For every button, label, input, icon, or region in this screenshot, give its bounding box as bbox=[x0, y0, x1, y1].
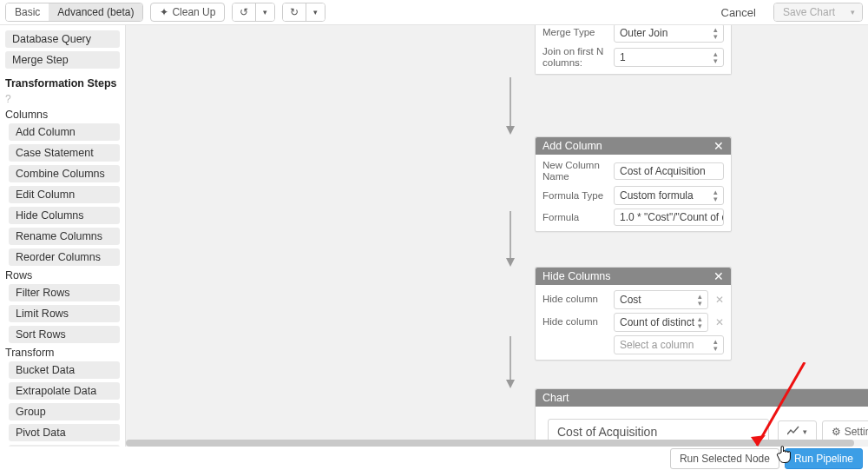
wand-icon: ✦ bbox=[160, 6, 168, 18]
save-chart-group: Save Chart ▾ bbox=[773, 3, 863, 22]
sidebar-item-group[interactable]: Group bbox=[9, 403, 120, 420]
connector-arrow bbox=[505, 336, 516, 392]
sidebar-item-rename-columns[interactable]: Rename Columns bbox=[9, 228, 120, 245]
sidebar-group-columns: Columns bbox=[5, 109, 120, 121]
sidebar-item-limit-rows[interactable]: Limit Rows bbox=[9, 305, 120, 322]
horizontal-scrollbar[interactable] bbox=[126, 440, 868, 447]
new-col-name-input[interactable]: Cost of Acquisition bbox=[614, 162, 724, 180]
svg-marker-3 bbox=[506, 258, 515, 267]
sidebar-item-combine-columns[interactable]: Combine Columns bbox=[9, 165, 120, 182]
sidebar-item-case-statement[interactable]: Case Statement bbox=[9, 144, 120, 162]
redo-group: ↻ ▾ bbox=[282, 3, 326, 22]
sidebar-item-pivot-data[interactable]: Pivot Data bbox=[9, 424, 120, 441]
hide-col-label: Hide column bbox=[542, 294, 607, 305]
updown-icon: ▴▾ bbox=[713, 50, 718, 64]
help-icon[interactable]: ? bbox=[5, 93, 120, 105]
formula-type-label: Formula Type bbox=[542, 190, 607, 202]
join-n-select[interactable]: 1 ▴▾ bbox=[614, 48, 724, 67]
select-value: Select a column bbox=[620, 339, 694, 351]
node-header-add-column[interactable]: Add Column ✕ bbox=[536, 137, 731, 155]
sidebar-item-unpivot-data[interactable]: Unpivot Data bbox=[9, 445, 120, 447]
redo-button[interactable]: ↻ bbox=[283, 3, 306, 21]
undo-menu-button[interactable]: ▾ bbox=[255, 3, 274, 21]
mode-advanced-button[interactable]: Advanced (beta) bbox=[49, 3, 142, 21]
svg-marker-1 bbox=[506, 126, 515, 135]
merge-type-select[interactable]: Outer Join ▴▾ bbox=[614, 25, 724, 43]
hide-col-label: Hide column bbox=[542, 316, 607, 328]
gear-icon: ⚙ bbox=[832, 426, 841, 438]
pipeline-canvas[interactable]: Merge Layers ✕ Merge Type Outer Join ▴▾ … bbox=[125, 25, 868, 447]
sidebar-section-transformation: Transformation Steps bbox=[5, 77, 120, 89]
formula-input[interactable]: 1.0 * "Cost"/"Count of distinct " bbox=[614, 209, 724, 226]
merge-type-label: Merge Type bbox=[542, 27, 607, 38]
sidebar-group-transform: Transform bbox=[5, 347, 120, 359]
undo-button[interactable]: ↺ bbox=[233, 3, 255, 21]
updown-icon: ▴▾ bbox=[713, 338, 718, 352]
hide-col-select-1[interactable]: Cost ▴▾ bbox=[614, 290, 708, 309]
sidebar-item-extrapolate-data[interactable]: Extrapolate Data bbox=[9, 382, 120, 400]
formula-type-select[interactable]: Custom formula ▴▾ bbox=[614, 186, 724, 205]
run-selected-node-button[interactable]: Run Selected Node bbox=[670, 448, 779, 469]
mode-toggle-group: Basic Advanced (beta) bbox=[5, 3, 143, 22]
formula-label: Formula bbox=[542, 212, 607, 223]
node-merge-layers[interactable]: Merge Layers ✕ Merge Type Outer Join ▴▾ … bbox=[535, 25, 732, 75]
chevron-down-icon: ▾ bbox=[803, 427, 807, 436]
sidebar-item-reorder-columns[interactable]: Reorder Columns bbox=[9, 248, 120, 266]
node-add-column[interactable]: Add Column ✕ New Column Name Cost of Acq… bbox=[535, 136, 732, 232]
select-value: Count of distinct Users bbox=[620, 316, 694, 328]
sidebar-item-hide-columns[interactable]: Hide Columns bbox=[9, 207, 120, 224]
chart-icon bbox=[787, 426, 799, 439]
cancel-button[interactable]: Cancel bbox=[718, 3, 760, 22]
undo-group: ↺ ▾ bbox=[232, 3, 275, 22]
updown-icon: ▴▾ bbox=[698, 293, 702, 307]
sidebar-item-bucket-data[interactable]: Bucket Data bbox=[9, 361, 120, 379]
mode-basic-button[interactable]: Basic bbox=[6, 3, 49, 21]
connector-arrow bbox=[505, 211, 516, 270]
scrollbar-thumb[interactable] bbox=[126, 440, 854, 447]
sidebar-group-rows: Rows bbox=[5, 269, 120, 281]
top-toolbar: Basic Advanced (beta) ✦ Clean Up ↺ ▾ ↻ ▾… bbox=[0, 0, 868, 25]
close-icon[interactable]: ✕ bbox=[713, 140, 724, 152]
remove-row-icon[interactable]: ✕ bbox=[715, 294, 724, 306]
hide-col-select-2[interactable]: Count of distinct Users ▴▾ bbox=[614, 313, 708, 332]
updown-icon: ▴▾ bbox=[713, 26, 718, 40]
sidebar-item-add-column[interactable]: Add Column bbox=[9, 123, 120, 141]
sidebar-item-merge-step[interactable]: Merge Step bbox=[5, 51, 120, 69]
select-value: 1 bbox=[620, 51, 626, 63]
select-value: Cost bbox=[620, 294, 641, 306]
node-title: Hide Columns bbox=[542, 270, 611, 282]
save-chart-menu-button[interactable]: ▾ bbox=[844, 3, 862, 21]
node-header-hide-columns[interactable]: Hide Columns ✕ bbox=[536, 268, 731, 285]
sidebar-item-sort-rows[interactable]: Sort Rows bbox=[9, 326, 120, 343]
node-header-chart[interactable]: Chart bbox=[536, 389, 868, 407]
node-title: Add Column bbox=[542, 140, 602, 152]
connector-arrow bbox=[505, 77, 516, 138]
sidebar-item-filter-rows[interactable]: Filter Rows bbox=[9, 284, 120, 301]
cleanup-label: Clean Up bbox=[172, 6, 215, 18]
updown-icon: ▴▾ bbox=[698, 315, 702, 329]
join-n-label: Join on first N columns: bbox=[542, 46, 607, 69]
svg-marker-5 bbox=[506, 380, 515, 388]
remove-row-icon[interactable]: ✕ bbox=[715, 316, 724, 328]
run-pipeline-button[interactable]: Run Pipeline bbox=[785, 448, 863, 469]
cleanup-button[interactable]: ✦ Clean Up bbox=[150, 3, 225, 22]
sidebar-item-database-query[interactable]: Database Query bbox=[5, 30, 120, 48]
bottom-bar: Run Selected Node Run Pipeline bbox=[670, 447, 868, 470]
node-chart[interactable]: Chart Cost of Acquisition ▾ ⚙ Settings bbox=[535, 388, 868, 447]
settings-label: Settings bbox=[845, 426, 868, 438]
node-hide-columns[interactable]: Hide Columns ✕ Hide column Cost ▴▾ ✕ Hid… bbox=[535, 267, 732, 361]
select-value: Outer Join bbox=[620, 27, 667, 39]
redo-menu-button[interactable]: ▾ bbox=[306, 3, 325, 21]
save-chart-button[interactable]: Save Chart bbox=[774, 3, 844, 21]
sidebar: Database Query Merge Step Transformation… bbox=[0, 25, 125, 447]
close-icon[interactable]: ✕ bbox=[713, 270, 724, 282]
new-col-name-label: New Column Name bbox=[542, 160, 607, 182]
run-selected-label: Run Selected Node bbox=[680, 453, 770, 465]
updown-icon: ▴▾ bbox=[713, 189, 718, 202]
select-value: Custom formula bbox=[620, 189, 694, 202]
sidebar-item-edit-column[interactable]: Edit Column bbox=[9, 186, 120, 203]
hide-col-select-placeholder[interactable]: Select a column ▴▾ bbox=[614, 335, 724, 354]
node-title: Chart bbox=[542, 392, 569, 404]
